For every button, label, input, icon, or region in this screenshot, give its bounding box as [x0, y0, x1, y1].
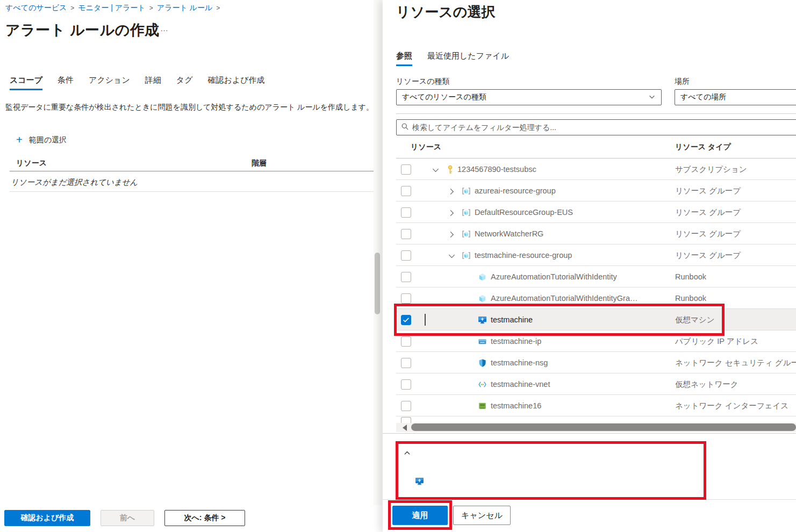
chevron-right-icon[interactable] [448, 188, 455, 195]
resource-type: 仮想マシン [675, 309, 715, 330]
resource-row-testmachine-ip[interactable]: testmachine-ipパブリック IP アドレス [396, 330, 796, 352]
create-alert-rule-page: すべてのサービス>モニター | アラート>アラート ルール> アラート ルールの… [0, 0, 383, 532]
tab-5[interactable]: 確認および作成 [208, 75, 265, 90]
virtual-network-icon [478, 380, 487, 389]
resource-row-testmachine16[interactable]: testmachine16ネットワーク インターフェイス [396, 395, 796, 416]
location-label: 場所 [675, 77, 690, 87]
checkbox[interactable] [401, 401, 411, 411]
previous-button[interactable]: 前へ [101, 510, 154, 526]
next-condition-button[interactable]: 次へ: 条件 > [164, 510, 245, 526]
apply-button[interactable]: 適用 [392, 506, 448, 525]
dialog-tab-1[interactable]: 最近使用したファイル [427, 51, 509, 66]
search-input[interactable] [412, 123, 796, 132]
resource-type: Runbook [675, 266, 706, 287]
chevron-right-icon: > [216, 4, 220, 12]
resource-name: testmachine-vnet [491, 373, 550, 395]
resource-row-azureai-resource-group[interactable]: azureai-resource-groupリソース グループ [396, 180, 796, 202]
tab-1[interactable]: 条件 [58, 75, 74, 90]
resource-row-testmachine-vnet[interactable]: testmachine-vnet仮想ネットワーク [396, 373, 796, 395]
selected-resource-row[interactable]: testmachine 仮想マシン East US [383, 472, 796, 500]
checkbox[interactable] [401, 293, 411, 304]
chevron-up-icon[interactable] [403, 449, 410, 456]
vertical-scrollbar[interactable] [374, 0, 382, 505]
resource-group-icon [462, 208, 471, 217]
cancel-button[interactable]: キャンセル [453, 506, 511, 525]
resource-group-icon [462, 186, 471, 196]
virtual-machine-icon [415, 477, 424, 486]
chevron-right-icon: > [149, 4, 153, 12]
virtual-machine-icon [478, 315, 487, 325]
scope-table-header-resource: リソース [16, 159, 47, 168]
wizard-tabs: スコープ条件アクション詳細タグ確認および作成 [10, 75, 265, 90]
divider [383, 433, 796, 434]
dialog-tabs: 参照最近使用したファイル [396, 51, 509, 66]
table-header-resource-type: リソース タイプ [675, 142, 731, 152]
checkbox[interactable] [401, 417, 411, 423]
breadcrumb: すべてのサービス>モニター | アラート>アラート ルール> [5, 3, 224, 13]
checkbox[interactable] [401, 229, 411, 239]
page-title: アラート ルールの作成 [5, 20, 160, 40]
tab-3[interactable]: 詳細 [145, 75, 161, 90]
resource-type: ネットワーク セキュリティ グループ [675, 352, 796, 373]
tab-2[interactable]: アクション [89, 75, 130, 90]
checkbox[interactable] [401, 250, 411, 261]
tab-0[interactable]: スコープ [10, 75, 42, 90]
resource-row-AzureAutomationTutorialWithIdentity[interactable]: AzureAutomationTutorialWithIdentityRunbo… [396, 266, 796, 287]
checkbox[interactable] [401, 336, 411, 347]
resource-row-AzureAutomationTutorialWithIdentityGra…[interactable]: AzureAutomationTutorialWithIdentityGra…R… [396, 287, 796, 309]
resource-type: リソース グループ [675, 245, 741, 266]
chevron-right-icon[interactable] [448, 231, 455, 238]
breadcrumb-all-services[interactable]: すべてのサービス [5, 3, 67, 12]
scroll-left-arrow-icon[interactable] [403, 425, 407, 431]
horizontal-scrollbar[interactable] [396, 423, 796, 432]
breadcrumb-monitor-alerts[interactable]: モニター | アラート [78, 3, 145, 12]
resource-name: AzureAutomationTutorialWithIdentity [491, 266, 617, 287]
resource-row-NetworkWatcherRG[interactable]: NetworkWatcherRGリソース グループ [396, 223, 796, 245]
tab-4[interactable]: タグ [176, 75, 193, 90]
selected-resources-header[interactable]: 選択されたリソース 1 仮想マシン [383, 446, 796, 460]
key-icon [446, 165, 455, 174]
resource-name: testmachine16 [491, 395, 541, 416]
divider [396, 113, 796, 114]
search-icon [401, 123, 409, 133]
resource-search-box [396, 119, 796, 135]
scrollbar-thumb[interactable] [411, 423, 796, 431]
resource-group-icon [462, 251, 471, 260]
checkbox-checked[interactable] [401, 315, 411, 325]
chevron-down-icon[interactable] [432, 166, 439, 173]
resource-row-testmachine-nsg[interactable]: testmachine-nsgネットワーク セキュリティ グループ [396, 352, 796, 373]
more-menu-icon[interactable]: … [160, 24, 169, 33]
checkbox[interactable] [401, 186, 411, 196]
select-scope-button[interactable]: +範囲の選択 [16, 134, 67, 146]
dialog-title: リソースの選択 [396, 3, 495, 21]
checkbox[interactable] [401, 207, 411, 218]
resource-type: 仮想ネットワーク [675, 373, 738, 395]
resource-name: testmachine-resource-group [475, 245, 572, 266]
checkbox[interactable] [401, 379, 411, 390]
scrollbar-thumb[interactable] [375, 253, 380, 314]
review-create-button[interactable]: 確認および作成 [4, 510, 90, 526]
resource-name: testmachine-nsg [491, 352, 548, 373]
dialog-tab-0[interactable]: 参照 [396, 51, 412, 66]
resource-name: NetworkWatcherRG [475, 223, 543, 245]
resource-row-testmachine-resource-group[interactable]: testmachine-resource-groupリソース グループ [396, 245, 796, 266]
resource-type: リソース グループ [675, 202, 741, 223]
chevron-down-icon[interactable] [448, 252, 455, 259]
resource-type: ネットワーク インターフェイス [675, 395, 788, 416]
checkbox[interactable] [401, 164, 411, 175]
resource-row-1234567890-testsubsc[interactable]: 1234567890-testsubscサブスクリプション [396, 159, 796, 180]
resource-type: サブスクリプション [675, 159, 747, 180]
checkbox[interactable] [401, 358, 411, 368]
breadcrumb-alert-rules[interactable]: アラート ルール [157, 3, 213, 12]
resource-row-testmachine[interactable]: testmachine仮想マシン [396, 309, 796, 330]
chevron-down-icon [648, 93, 656, 102]
checkbox[interactable] [401, 272, 411, 282]
resource-type: Runbook [675, 287, 706, 309]
chevron-right-icon[interactable] [448, 209, 455, 216]
resource-row-DefaultResourceGroup-EUS[interactable]: DefaultResourceGroup-EUSリソース グループ [396, 202, 796, 223]
text-cursor [425, 314, 426, 326]
runbook-icon [478, 294, 487, 303]
chevron-right-icon: > [70, 4, 74, 12]
location-dropdown[interactable]: すべての場所 [675, 89, 796, 105]
resource-type-dropdown[interactable]: すべてのリソースの種類 [396, 89, 662, 105]
